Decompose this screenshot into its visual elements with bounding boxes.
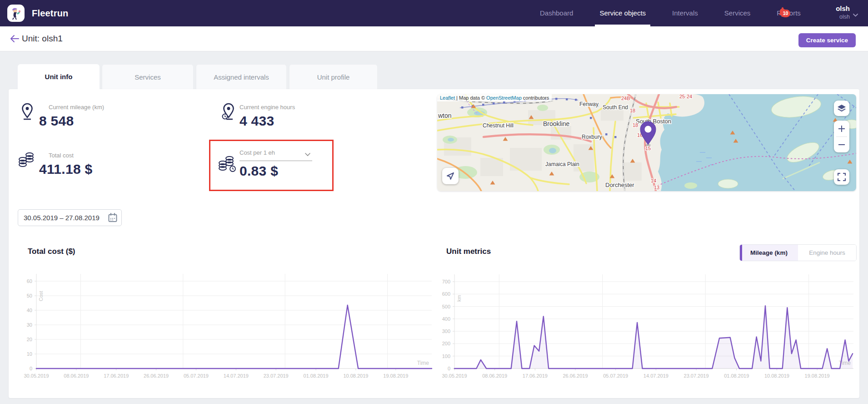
svg-text:200: 200 <box>442 341 450 346</box>
svg-text:100: 100 <box>442 354 450 359</box>
fullscreen-icon <box>838 173 846 181</box>
attribution-suffix: contributors <box>522 95 549 101</box>
page-title: Unit: olsh1 <box>22 26 63 51</box>
openstreetmap-link[interactable]: OpenStreetMap <box>486 95 522 101</box>
svg-text:50: 50 <box>27 293 32 298</box>
svg-text:14.07.2019: 14.07.2019 <box>644 373 668 379</box>
svg-text:17.06.2019: 17.06.2019 <box>523 373 548 379</box>
map-label: Dorchester <box>605 182 634 188</box>
svg-text:600: 600 <box>442 291 450 297</box>
top-navbar: Fleetrun DashboardService objectsInterva… <box>0 0 868 26</box>
nav-item-dashboard[interactable]: Dashboard <box>535 0 578 26</box>
zoom-out-button[interactable] <box>834 136 849 152</box>
zoom-in-button[interactable] <box>834 121 849 136</box>
svg-text:0: 0 <box>30 366 32 371</box>
svg-text:01.08.2019: 01.08.2019 <box>724 373 749 379</box>
svg-text:Cost: Cost <box>38 291 44 301</box>
toggle-mileage-button[interactable]: Mileage (km) <box>740 245 798 261</box>
tab-assigned-intervals[interactable]: Assigned intervals <box>196 64 287 89</box>
create-service-button[interactable]: Create service <box>798 33 856 47</box>
tab-services[interactable]: Services <box>102 64 194 89</box>
svg-text:0: 0 <box>448 366 450 371</box>
svg-text:500: 500 <box>442 304 450 309</box>
map-canvas: wtonChestnut HillBrooklineFenwaySouth En… <box>437 94 856 191</box>
fleetrun-logo-icon[interactable] <box>7 5 25 22</box>
user-name: olsh <box>836 4 850 13</box>
route-number-label: 24B <box>621 96 630 101</box>
fleetrun-app: Fleetrun DashboardService objectsInterva… <box>0 0 868 404</box>
svg-text:19.08.2019: 19.08.2019 <box>383 373 408 379</box>
route-number-label: 15 <box>645 146 651 151</box>
total-cost-label: Total cost <box>49 152 74 159</box>
route-number-label: 18 <box>633 122 638 128</box>
route-number-label: 14 <box>651 178 656 183</box>
svg-text:40: 40 <box>27 308 32 313</box>
user-account: olsh <box>836 13 850 20</box>
svg-text:30: 30 <box>27 322 32 328</box>
notification-badge: 10 <box>781 10 790 17</box>
layers-icon <box>837 104 846 112</box>
svg-text:700: 700 <box>442 279 450 284</box>
navigation-arrow-icon <box>446 172 455 181</box>
svg-text:05.07.2019: 05.07.2019 <box>603 373 628 379</box>
svg-text:23.07.2019: 23.07.2019 <box>264 373 289 379</box>
map-label: wton <box>438 112 452 119</box>
brand-name[interactable]: Fleetrun <box>32 0 69 26</box>
route-number-label: 18 <box>630 108 635 113</box>
page-header: Unit: olsh1 Create service <box>0 26 868 51</box>
svg-text:08.06.2019: 08.06.2019 <box>64 373 89 379</box>
svg-text:26.06.2019: 26.06.2019 <box>563 373 588 379</box>
calendar-icon[interactable] <box>108 213 117 224</box>
map-label: Brookline <box>543 120 570 127</box>
attribution-text: | Map data © <box>455 95 486 101</box>
svg-text:Time: Time <box>417 360 429 366</box>
leaflet-map[interactable]: wtonChestnut HillBrooklineFenwaySouth En… <box>437 94 856 191</box>
nav-item-services[interactable]: Services <box>720 0 755 26</box>
nav-item-intervals[interactable]: Intervals <box>668 0 703 26</box>
cost-per-unit-select[interactable]: Cost per 1 eh <box>239 148 312 161</box>
mascot-icon <box>7 5 25 22</box>
chevron-down-icon <box>305 150 310 158</box>
svg-text:300: 300 <box>442 328 450 334</box>
map-fullscreen-button[interactable] <box>834 169 849 185</box>
engine-hours-pin-icon <box>221 102 236 123</box>
mileage-value: 8 548 <box>39 113 74 129</box>
svg-text:05.07.2019: 05.07.2019 <box>184 373 209 379</box>
unit-metrics-chart-title: Unit metrics <box>446 247 491 256</box>
cost-per-unit-label: Cost per 1 eh <box>239 149 275 156</box>
main-nav: DashboardService objectsIntervalsService… <box>535 0 805 26</box>
svg-text:60: 60 <box>27 278 32 284</box>
total-cost-value: 411.18 $ <box>39 162 93 177</box>
svg-text:17.06.2019: 17.06.2019 <box>104 373 129 379</box>
engine-hours-label: Current engine hours <box>239 104 295 111</box>
map-label: Chestnut Hill <box>483 122 514 129</box>
map-attribution: Leaflet | Map data © OpenStreetMap contr… <box>437 94 552 101</box>
svg-text:26.06.2019: 26.06.2019 <box>144 373 169 379</box>
chevron-down-icon <box>853 10 858 19</box>
map-layers-button[interactable] <box>834 101 849 116</box>
user-menu[interactable]: olsh olsh <box>836 4 850 20</box>
tab-unit-info[interactable]: Unit info <box>18 64 100 89</box>
total-cost-chart-title: Total cost ($) <box>28 247 75 256</box>
map-zoom-control <box>834 121 849 152</box>
nav-item-service-objects[interactable]: Service objects <box>595 0 650 26</box>
svg-text:10.08.2019: 10.08.2019 <box>343 373 368 379</box>
location-pin-icon <box>20 102 35 123</box>
leaflet-link[interactable]: Leaflet <box>440 95 455 101</box>
svg-text:20: 20 <box>27 337 32 342</box>
map-locate-button[interactable] <box>442 168 459 184</box>
unit-metrics-chart: 010020030040050060070030.05.201908.06.20… <box>437 268 859 382</box>
route-number-label: 25·24 <box>679 94 692 99</box>
svg-text:19.08.2019: 19.08.2019 <box>805 373 830 379</box>
notifications-bell[interactable]: 10 <box>778 7 792 20</box>
svg-text:23.07.2019: 23.07.2019 <box>684 373 709 379</box>
back-arrow-icon[interactable] <box>10 35 19 43</box>
tab-unit-profile[interactable]: Unit profile <box>289 64 378 89</box>
unit-metrics-toggle: Mileage (km) Engine hours <box>739 244 857 261</box>
date-range-picker[interactable]: 30.05.2019 – 27.08.2019 <box>18 209 122 226</box>
toggle-engine-hours-button[interactable]: Engine hours <box>798 245 856 261</box>
svg-text:10: 10 <box>27 351 32 357</box>
map-label: Fenway <box>579 101 599 107</box>
svg-text:30.05.2019: 30.05.2019 <box>24 373 49 379</box>
map-label: Roxbury <box>582 134 602 140</box>
